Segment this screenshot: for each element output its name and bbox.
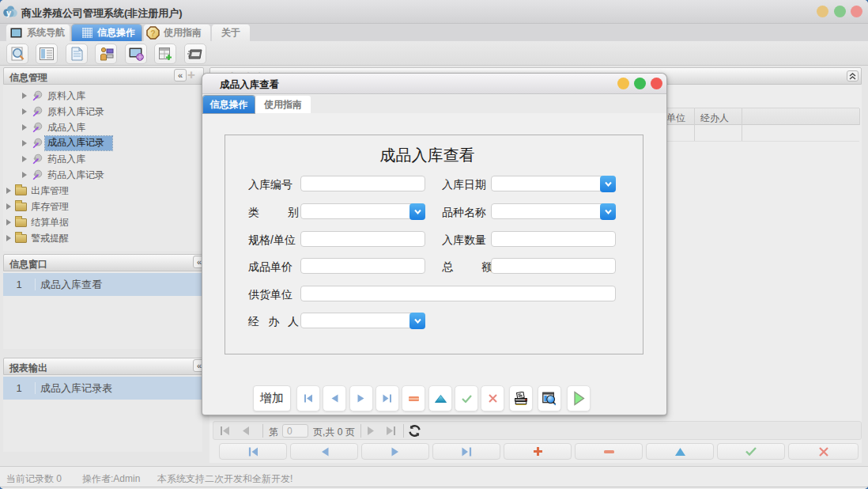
- svg-text:?: ?: [150, 28, 155, 38]
- svg-text:y: y: [6, 8, 12, 17]
